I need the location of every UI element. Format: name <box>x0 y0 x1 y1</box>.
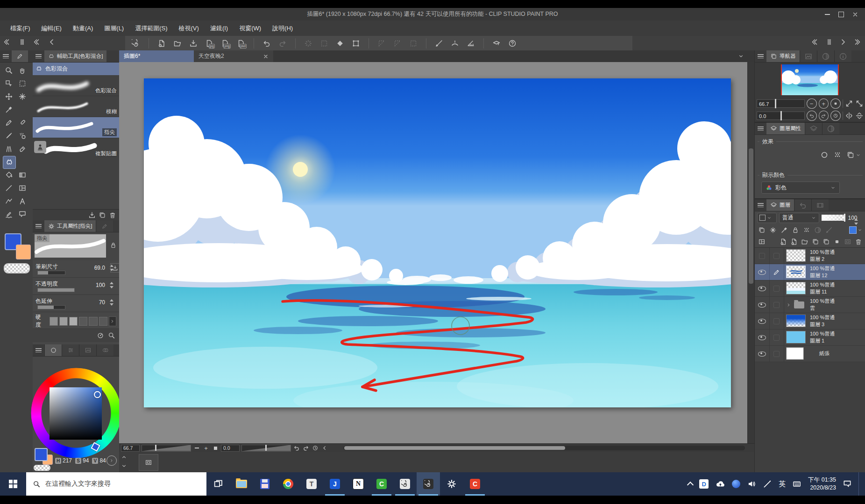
opacity-stepper[interactable] <box>109 281 113 289</box>
horizontal-scroll-thumb[interactable] <box>344 446 565 450</box>
mini-primary-swatch[interactable] <box>35 448 48 461</box>
color-stretch-value[interactable]: 70 <box>99 299 105 306</box>
layer-visibility-toggle[interactable] <box>755 346 770 362</box>
layer-visibility-toggle[interactable] <box>755 264 770 280</box>
auto-select-tool[interactable] <box>16 91 28 103</box>
redo-button[interactable] <box>277 38 289 49</box>
layer-thumbnail[interactable] <box>786 266 806 278</box>
expand-single-icon[interactable] <box>839 38 847 46</box>
layer-color-effect-icon[interactable] <box>846 151 855 159</box>
gradient-tool[interactable] <box>16 169 28 181</box>
layer-thumbnail[interactable] <box>786 282 806 294</box>
delete-layer-icon[interactable] <box>855 238 862 245</box>
expand-right-icon[interactable] <box>853 38 861 46</box>
collapse-right-icon[interactable] <box>811 38 819 46</box>
subtool-item-blend[interactable]: 色彩混合 <box>33 75 119 96</box>
nav-fit-screen-icon[interactable] <box>845 99 853 108</box>
eraser-tool[interactable] <box>16 143 28 155</box>
blue-sphere-tray-icon[interactable] <box>732 480 740 488</box>
canvas-viewport[interactable] <box>119 62 747 443</box>
tab-information[interactable] <box>834 50 851 62</box>
menu-edit[interactable]: 編輯(E) <box>36 21 67 36</box>
capcut-green-icon[interactable]: C <box>370 472 393 496</box>
nav-zoom-out-button[interactable]: − <box>807 98 817 109</box>
close-button[interactable] <box>848 8 862 21</box>
deselect-button[interactable] <box>302 38 314 49</box>
nav-actual-size-icon[interactable] <box>855 99 864 108</box>
tab-sub-view[interactable] <box>800 50 817 62</box>
canvas-painting[interactable] <box>144 78 731 407</box>
draft-layer-icon[interactable] <box>780 226 788 234</box>
menu-file[interactable]: 檔案(F) <box>5 21 36 36</box>
display-color-dropdown[interactable]: 彩色 <box>761 182 840 194</box>
chevron-down-icon[interactable] <box>856 153 861 158</box>
start-button[interactable] <box>0 472 26 496</box>
ruler-layer-icon[interactable] <box>825 226 833 234</box>
menu-help[interactable]: 說明(H) <box>267 21 298 36</box>
menu-animation[interactable]: 動畫(A) <box>67 21 99 36</box>
hardness-level-3[interactable] <box>69 317 78 326</box>
layer-row[interactable]: 100 %普通圖層 3 <box>755 313 865 329</box>
new-file-button[interactable] <box>156 38 168 49</box>
file-explorer-icon[interactable] <box>230 472 253 496</box>
drag-grip-icon[interactable] <box>18 38 26 46</box>
tab-color-set[interactable] <box>79 344 96 356</box>
layer-thumbnail[interactable] <box>786 331 806 343</box>
layer-visibility-toggle[interactable] <box>755 297 770 313</box>
rotate-reset-button[interactable] <box>312 444 319 452</box>
nav-rotate-reset-button[interactable] <box>830 111 841 121</box>
hardness-level-2[interactable] <box>59 317 68 326</box>
transfer-to-lower-icon[interactable] <box>812 238 819 245</box>
subtool-item-fingertip-selected[interactable]: 指尖 <box>33 117 119 138</box>
t-app-icon[interactable]: T <box>300 472 323 496</box>
paper-thumbnail[interactable] <box>786 347 804 360</box>
lasso-select-tool[interactable] <box>16 77 28 90</box>
nav-zoom-in-button[interactable]: + <box>819 98 829 109</box>
tab-layer-search[interactable] <box>805 123 822 134</box>
decoration-tool[interactable] <box>3 143 15 155</box>
onedrive-icon[interactable] <box>715 479 725 489</box>
layer-visibility-toggle[interactable] <box>755 329 770 345</box>
transform-button[interactable] <box>350 38 362 49</box>
clip-studio-paint-window-button[interactable] <box>417 472 440 496</box>
navigator-menu-icon[interactable] <box>758 54 764 58</box>
task-view-button[interactable] <box>206 472 230 496</box>
folder-expand-caret[interactable] <box>785 297 792 313</box>
hardness-level-5[interactable] <box>89 317 97 326</box>
layer-folder-row[interactable]: 100 %普通雲 <box>755 297 865 313</box>
reference-pose-icon[interactable] <box>769 226 777 234</box>
zoom-in-button[interactable]: + <box>202 444 210 452</box>
register-subtool-icon[interactable] <box>88 211 96 219</box>
tab-color-mixer[interactable] <box>96 344 113 356</box>
brush-detail-tab[interactable] <box>96 220 113 232</box>
sub-tool-tab[interactable]: 輔助工具[色彩混合] <box>44 50 106 62</box>
layer-row-selected[interactable]: 100 %普通圖層 12 <box>755 264 865 280</box>
chrome-icon[interactable] <box>277 472 300 496</box>
navigator-zoom-box[interactable]: 66.7 <box>757 99 805 108</box>
color-panel-menu-icon[interactable] <box>35 348 42 352</box>
tab-quick-access[interactable] <box>817 50 834 62</box>
close-tab-icon[interactable] <box>263 54 269 59</box>
marker-tool[interactable] <box>16 117 28 129</box>
layer-edit-cell[interactable] <box>769 329 784 345</box>
mini-transparent-swatch[interactable] <box>34 465 50 471</box>
fill-selection-button[interactable] <box>334 38 346 49</box>
pen-tool[interactable] <box>3 117 15 129</box>
undo-button[interactable] <box>261 38 273 49</box>
tab-layer-property[interactable]: 圖層屬性 <box>766 123 805 134</box>
layer-visibility-toggle[interactable] <box>755 313 770 329</box>
figure-tool[interactable] <box>3 182 15 194</box>
layer-thumbnail[interactable] <box>786 249 806 262</box>
zoom-slider[interactable] <box>142 445 191 452</box>
correct-line-tool[interactable] <box>3 208 15 220</box>
layer-property-menu-icon[interactable] <box>758 126 764 131</box>
layer-palette-color-dropdown[interactable] <box>757 213 777 223</box>
blend-mode-dropdown[interactable]: 普通 <box>779 213 819 223</box>
export-png-button[interactable]: png <box>219 38 231 49</box>
tool-property-tab[interactable]: 工具屬性[指尖] <box>44 220 96 232</box>
scroll-down-icon[interactable] <box>121 462 127 471</box>
detail-settings-icon[interactable] <box>108 332 115 339</box>
settings-icon[interactable] <box>440 472 463 496</box>
tab-layer-mask[interactable] <box>822 123 839 134</box>
save-app-icon[interactable] <box>253 472 277 496</box>
